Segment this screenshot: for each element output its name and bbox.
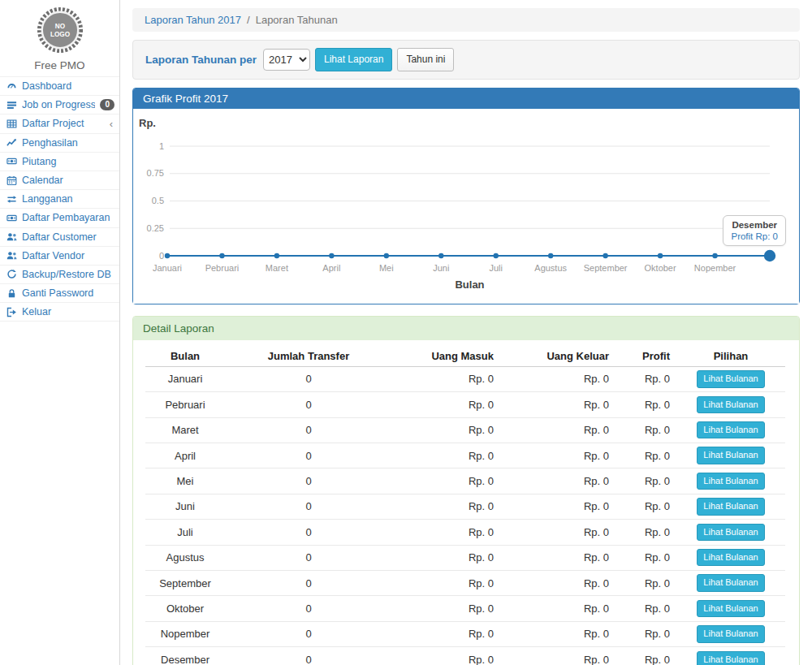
cell-pilihan: Lihat Bulanan bbox=[676, 545, 785, 570]
lock-icon bbox=[6, 288, 17, 299]
lihat-bulanan-button[interactable]: Lihat Bulanan bbox=[697, 421, 764, 438]
cell-bulan: Oktober bbox=[145, 596, 225, 621]
cell-bulan: Pebruari bbox=[145, 392, 225, 417]
sidebar-item-label: Job on Progress bbox=[22, 99, 95, 110]
cell-uang-keluar: Rp. 0 bbox=[500, 366, 615, 391]
lihat-bulanan-button[interactable]: Lihat Bulanan bbox=[697, 625, 764, 642]
lihat-bulanan-button[interactable]: Lihat Bulanan bbox=[697, 473, 764, 490]
svg-text:NO: NO bbox=[54, 23, 65, 30]
lihat-bulanan-button[interactable]: Lihat Bulanan bbox=[697, 524, 764, 541]
cell-jumlah-transfer: 0 bbox=[225, 392, 392, 417]
svg-text:Pebruari: Pebruari bbox=[205, 263, 240, 273]
exchange-icon bbox=[6, 194, 17, 205]
sidebar-item-daftar-pembayaran[interactable]: Daftar Pembayaran bbox=[0, 209, 119, 227]
cell-jumlah-transfer: 0 bbox=[225, 520, 392, 545]
chart-canvas: 00.250.50.751Rp.JanuariPebruariMaretApri… bbox=[133, 109, 797, 304]
svg-text:Mei: Mei bbox=[379, 263, 394, 273]
cell-pilihan: Lihat Bulanan bbox=[676, 621, 785, 646]
sidebar-item-label: Daftar Customer bbox=[22, 231, 114, 243]
breadcrumb-link[interactable]: Laporan Tahun 2017 bbox=[145, 14, 241, 26]
cell-profit: Rp. 0 bbox=[615, 443, 676, 468]
lihat-bulanan-button[interactable]: Lihat Bulanan bbox=[697, 370, 764, 387]
this-year-button[interactable]: Tahun ini bbox=[397, 48, 454, 71]
sidebar-item-daftar-customer[interactable]: Daftar Customer bbox=[0, 228, 119, 247]
column-header-pilihan: Pilihan bbox=[676, 347, 785, 367]
lihat-bulanan-button[interactable]: Lihat Bulanan bbox=[697, 549, 764, 566]
cell-uang-masuk: Rp. 0 bbox=[392, 545, 500, 570]
table-row: Juni 0 Rp. 0 Rp. 0 Rp. 0 Lihat Bulanan bbox=[145, 494, 785, 519]
no-logo-badge-icon: NO LOGO bbox=[37, 6, 84, 54]
breadcrumb-current: Laporan Tahunan bbox=[256, 14, 338, 26]
cell-profit: Rp. 0 bbox=[615, 494, 676, 519]
svg-text:0.75: 0.75 bbox=[147, 168, 164, 178]
cell-profit: Rp. 0 bbox=[615, 545, 676, 570]
cell-uang-masuk: Rp. 0 bbox=[392, 443, 500, 468]
app-logo: NO LOGO Free PMO bbox=[0, 0, 119, 76]
cell-uang-masuk: Rp. 0 bbox=[392, 469, 500, 494]
chart-panel-title: Grafik Profit 2017 bbox=[133, 89, 799, 109]
sidebar-item-backup-restore-db[interactable]: Backup/Restore DB bbox=[0, 266, 119, 284]
lihat-bulanan-button[interactable]: Lihat Bulanan bbox=[697, 498, 764, 515]
cell-profit: Rp. 0 bbox=[615, 596, 676, 621]
sidebar-menu: Dashboard Job on Progress 0 Daftar Proje… bbox=[0, 76, 119, 322]
cell-bulan: Agustus bbox=[145, 545, 225, 570]
chevron-left-icon: ‹ bbox=[110, 119, 114, 129]
cell-uang-masuk: Rp. 0 bbox=[392, 621, 500, 646]
table-icon bbox=[6, 119, 17, 129]
lihat-bulanan-button[interactable]: Lihat Bulanan bbox=[697, 574, 764, 591]
sidebar-item-daftar-project[interactable]: Daftar Project ‹ bbox=[0, 114, 119, 133]
cell-bulan: Juni bbox=[145, 494, 225, 519]
sidebar-item-label: Penghasilan bbox=[22, 137, 114, 149]
table-row: Oktober 0 Rp. 0 Rp. 0 Rp. 0 Lihat Bulana… bbox=[145, 596, 785, 621]
sidebar-item-job-on-progress[interactable]: Job on Progress 0 bbox=[0, 96, 119, 114]
cell-uang-masuk: Rp. 0 bbox=[392, 366, 500, 391]
sidebar-item-ganti-password[interactable]: Ganti Password bbox=[0, 284, 119, 303]
lihat-bulanan-button[interactable]: Lihat Bulanan bbox=[697, 600, 764, 617]
cell-uang-keluar: Rp. 0 bbox=[500, 417, 615, 443]
svg-text:0.5: 0.5 bbox=[152, 196, 164, 205]
column-header-bulan: Bulan bbox=[145, 347, 225, 367]
cell-uang-keluar: Rp. 0 bbox=[500, 647, 615, 665]
sidebar-item-label: Daftar Project bbox=[22, 118, 105, 129]
sidebar-item-calendar[interactable]: Calendar bbox=[0, 171, 119, 190]
cell-bulan: Maret bbox=[145, 417, 225, 443]
sidebar-item-label: Daftar Pembayaran bbox=[22, 212, 114, 223]
sidebar-item-daftar-vendor[interactable]: Daftar Vendor bbox=[0, 247, 119, 266]
year-select[interactable]: 2017 bbox=[263, 49, 310, 71]
page: NO LOGO Free PMO Dashboard Job on Progre… bbox=[0, 0, 812, 665]
sidebar-item-langganan[interactable]: Langganan bbox=[0, 190, 119, 209]
sidebar-item-keluar[interactable]: Keluar bbox=[0, 303, 119, 322]
sidebar-item-dashboard[interactable]: Dashboard bbox=[0, 77, 119, 96]
svg-text:Juni: Juni bbox=[433, 263, 449, 273]
cell-uang-keluar: Rp. 0 bbox=[500, 570, 615, 595]
sidebar-item-label: Backup/Restore DB bbox=[22, 269, 114, 280]
cell-uang-keluar: Rp. 0 bbox=[500, 545, 615, 570]
lihat-bulanan-button[interactable]: Lihat Bulanan bbox=[697, 447, 764, 464]
table-row: Juli 0 Rp. 0 Rp. 0 Rp. 0 Lihat Bulanan bbox=[145, 520, 785, 545]
view-report-button[interactable]: Lihat Laporan bbox=[315, 48, 392, 71]
cell-jumlah-transfer: 0 bbox=[225, 545, 392, 570]
column-header-jumlah-transfer: Jumlah Transfer bbox=[225, 347, 392, 367]
svg-text:Agustus: Agustus bbox=[534, 263, 567, 273]
tasks-icon bbox=[6, 100, 17, 110]
cell-profit: Rp. 0 bbox=[615, 621, 676, 646]
sidebar-item-piutang[interactable]: Piutang bbox=[0, 153, 119, 171]
cell-jumlah-transfer: 0 bbox=[225, 621, 392, 646]
lihat-bulanan-button[interactable]: Lihat Bulanan bbox=[697, 396, 764, 413]
profit-line-chart[interactable]: 00.250.50.751Rp.JanuariPebruariMaretApri… bbox=[133, 109, 799, 304]
detail-report-panel: Detail Laporan BulanJumlah TransferUang … bbox=[132, 316, 800, 665]
cell-jumlah-transfer: 0 bbox=[225, 647, 392, 665]
cell-profit: Rp. 0 bbox=[615, 392, 676, 417]
calendar-icon bbox=[6, 175, 17, 186]
cell-pilihan: Lihat Bulanan bbox=[676, 494, 785, 519]
lihat-bulanan-button[interactable]: Lihat Bulanan bbox=[697, 651, 764, 665]
cell-profit: Rp. 0 bbox=[615, 469, 676, 494]
profit-chart-panel: Grafik Profit 2017 00.250.50.751Rp.Janua… bbox=[132, 88, 800, 304]
column-header-uang-masuk: Uang Masuk bbox=[392, 347, 500, 367]
cell-pilihan: Lihat Bulanan bbox=[676, 443, 785, 468]
sidebar-item-penghasilan[interactable]: Penghasilan bbox=[0, 134, 119, 153]
cell-uang-masuk: Rp. 0 bbox=[392, 570, 500, 595]
cell-uang-keluar: Rp. 0 bbox=[500, 443, 615, 468]
cell-profit: Rp. 0 bbox=[615, 366, 676, 391]
sidebar: NO LOGO Free PMO Dashboard Job on Progre… bbox=[0, 0, 120, 665]
